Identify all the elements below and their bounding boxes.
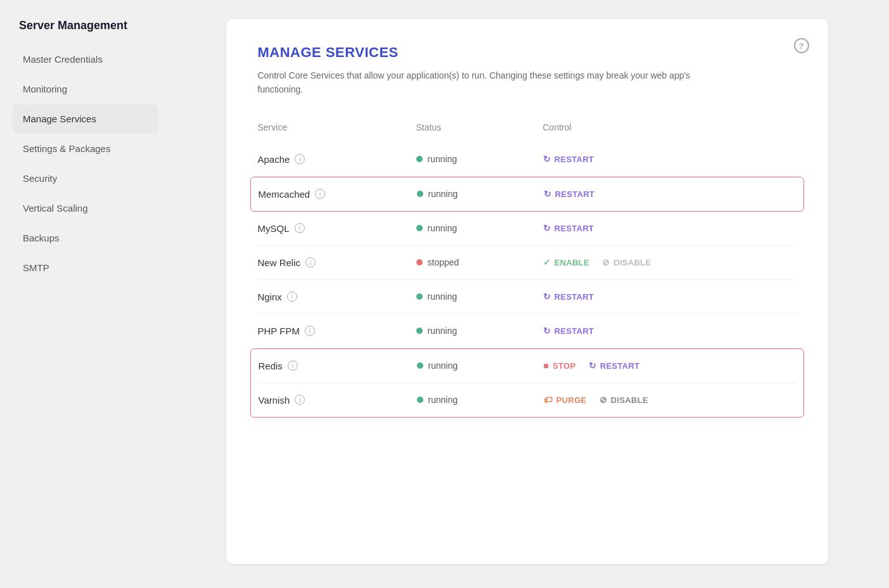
table-row: PHP FPM i running ↻ RESTART bbox=[258, 314, 796, 348]
table-row: Nginx i running ↻ RESTART bbox=[258, 280, 796, 314]
disable-button-newrelic[interactable]: ⊘ DISABLE bbox=[602, 257, 651, 267]
controls-mysql: ↻ RESTART bbox=[543, 223, 796, 233]
service-name-mysql: MySQL i bbox=[258, 223, 416, 234]
table-row: MySQL i running ↻ RESTART bbox=[258, 212, 796, 246]
page-description: Control Core Services that allow your ap… bbox=[258, 68, 701, 97]
status-varnish: running bbox=[417, 395, 544, 405]
stop-button-redis[interactable]: ■ STOP bbox=[544, 361, 576, 371]
enable-icon: ✓ bbox=[543, 257, 551, 267]
restart-icon: ↻ bbox=[589, 361, 596, 371]
sidebar: Server Management Master CredentialsMoni… bbox=[0, 0, 171, 588]
service-name-varnish: Varnish i bbox=[259, 395, 417, 406]
restart-button-mysql[interactable]: ↻ RESTART bbox=[543, 223, 594, 233]
memcached-highlight-box: Memcached i running ↻ RESTART bbox=[250, 177, 804, 212]
redis-varnish-group-box: Redis i running ■ STOP ↻ bbox=[250, 348, 804, 418]
info-icon-memcached[interactable]: i bbox=[315, 189, 325, 199]
table-row: New Relic i stopped ✓ ENABLE ⊘ DISABLE bbox=[258, 246, 796, 280]
disable-icon: ⊘ bbox=[602, 257, 610, 267]
table-row: Memcached i running ↻ RESTART bbox=[259, 177, 796, 211]
page-title: MANAGE SERVICES bbox=[258, 44, 796, 61]
status-dot-redis bbox=[417, 362, 423, 369]
purge-icon: 🏷 bbox=[544, 395, 553, 405]
sidebar-item-master-credentials[interactable]: Master Credentials bbox=[13, 45, 158, 74]
sidebar-item-security[interactable]: Security bbox=[13, 164, 158, 193]
service-name-redis: Redis i bbox=[259, 361, 417, 371]
restart-button-memcached[interactable]: ↻ RESTART bbox=[544, 189, 595, 199]
services-table: Service Status Control Apache i running … bbox=[258, 116, 796, 418]
sidebar-item-smtp[interactable]: SMTP bbox=[13, 253, 158, 282]
service-name-nginx: Nginx i bbox=[258, 291, 416, 302]
info-icon-mysql[interactable]: i bbox=[295, 223, 305, 233]
status-dot-apache bbox=[416, 156, 423, 162]
sidebar-title: Server Management bbox=[13, 19, 158, 32]
controls-apache: ↻ RESTART bbox=[543, 154, 796, 164]
restart-button-nginx[interactable]: ↻ RESTART bbox=[543, 291, 594, 302]
sidebar-item-backups[interactable]: Backups bbox=[13, 224, 158, 252]
enable-button-newrelic[interactable]: ✓ ENABLE bbox=[543, 257, 590, 267]
purge-button-varnish[interactable]: 🏷 PURGE bbox=[544, 395, 587, 405]
status-redis: running bbox=[417, 361, 544, 371]
restart-button-apache[interactable]: ↻ RESTART bbox=[543, 154, 594, 164]
info-icon-redis[interactable]: i bbox=[288, 361, 298, 371]
sidebar-item-vertical-scaling[interactable]: Vertical Scaling bbox=[13, 194, 158, 222]
restart-icon: ↻ bbox=[543, 223, 551, 233]
info-icon-varnish[interactable]: i bbox=[295, 395, 305, 405]
help-icon[interactable]: ? bbox=[794, 38, 809, 53]
card: ? MANAGE SERVICES Control Core Services … bbox=[226, 19, 828, 564]
table-row: Apache i running ↻ RESTART bbox=[258, 143, 796, 177]
status-nginx: running bbox=[416, 291, 543, 302]
header-status: Status bbox=[416, 122, 543, 132]
restart-button-phpfpm[interactable]: ↻ RESTART bbox=[543, 326, 594, 336]
controls-redis: ■ STOP ↻ RESTART bbox=[544, 361, 796, 371]
table-row: Redis i running ■ STOP ↻ bbox=[259, 349, 796, 383]
status-dot-newrelic bbox=[416, 259, 423, 265]
sidebar-item-manage-services[interactable]: Manage Services bbox=[13, 105, 158, 133]
disable-icon: ⊘ bbox=[599, 395, 607, 405]
header-service: Service bbox=[258, 122, 416, 132]
restart-icon: ↻ bbox=[543, 154, 551, 164]
status-mysql: running bbox=[416, 223, 543, 233]
restart-icon: ↻ bbox=[543, 326, 551, 336]
status-newrelic: stopped bbox=[416, 257, 543, 267]
table-row: Varnish i running 🏷 PURGE ⊘ bbox=[259, 383, 796, 417]
status-phpfpm: running bbox=[416, 326, 543, 336]
service-name-newrelic: New Relic i bbox=[258, 257, 416, 268]
service-name-apache: Apache i bbox=[258, 154, 416, 165]
main-content: ? MANAGE SERVICES Control Core Services … bbox=[171, 0, 889, 588]
status-dot-mysql bbox=[416, 225, 423, 231]
service-name-phpfpm: PHP FPM i bbox=[258, 326, 416, 336]
header-control: Control bbox=[543, 122, 796, 132]
controls-newrelic: ✓ ENABLE ⊘ DISABLE bbox=[543, 257, 796, 267]
status-dot-memcached bbox=[417, 191, 423, 197]
restart-icon: ↻ bbox=[544, 189, 551, 199]
info-icon-phpfpm[interactable]: i bbox=[305, 326, 315, 336]
controls-varnish: 🏷 PURGE ⊘ DISABLE bbox=[544, 395, 796, 405]
info-icon-newrelic[interactable]: i bbox=[305, 257, 316, 267]
status-apache: running bbox=[416, 154, 543, 164]
card-header: MANAGE SERVICES Control Core Services th… bbox=[258, 44, 796, 97]
status-memcached: running bbox=[417, 189, 544, 199]
info-icon-nginx[interactable]: i bbox=[287, 291, 297, 302]
sidebar-item-settings-packages[interactable]: Settings & Packages bbox=[13, 134, 158, 163]
table-header: Service Status Control bbox=[258, 116, 796, 143]
stop-icon: ■ bbox=[544, 361, 549, 371]
controls-phpfpm: ↻ RESTART bbox=[543, 326, 796, 336]
restart-icon: ↻ bbox=[543, 291, 551, 302]
restart-button-redis[interactable]: ↻ RESTART bbox=[589, 361, 640, 371]
controls-nginx: ↻ RESTART bbox=[543, 291, 796, 302]
status-dot-varnish bbox=[417, 397, 423, 403]
service-name-memcached: Memcached i bbox=[259, 189, 417, 200]
info-icon-apache[interactable]: i bbox=[295, 154, 305, 164]
controls-memcached: ↻ RESTART bbox=[544, 189, 796, 199]
sidebar-item-monitoring[interactable]: Monitoring bbox=[13, 75, 158, 103]
disable-button-varnish[interactable]: ⊘ DISABLE bbox=[599, 395, 648, 405]
status-dot-nginx bbox=[416, 293, 423, 300]
status-dot-phpfpm bbox=[416, 328, 423, 334]
